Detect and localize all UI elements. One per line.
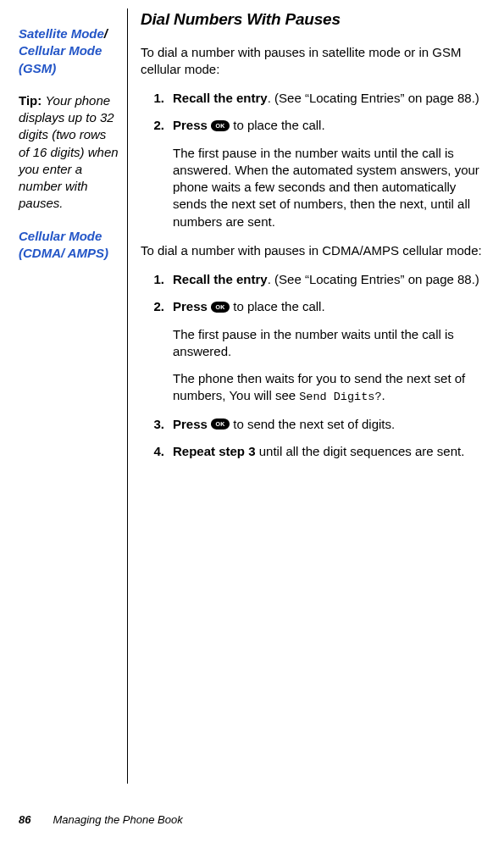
section-heading: Dial Numbers With Pauses [141, 8, 485, 30]
columns: Satellite Mode/ Cellular Mode (GSM) Tip:… [0, 0, 504, 784]
step-number: 1. [141, 90, 173, 107]
step-item: 4. Repeat step 3 until all the digit seq… [141, 443, 485, 460]
tip-label: Tip: [19, 93, 45, 108]
page-number: 86 [19, 813, 30, 826]
page: Satellite Mode/ Cellular Mode (GSM) Tip:… [0, 0, 504, 848]
step-item: 2. Press OK to place the call. The first… [141, 117, 485, 230]
step-rest: to place the call. [230, 299, 325, 313]
step-rest: to send the next set of digits. [230, 417, 395, 431]
chapter-title: Managing the Phone Book [53, 813, 182, 826]
step-number: 3. [141, 416, 173, 433]
ok-button-icon: OK [211, 302, 230, 313]
step-number: 2. [141, 117, 173, 230]
step-rest: until all the digit sequences are sent. [256, 444, 465, 458]
section1-intro: To dial a number with pauses in satellit… [141, 44, 485, 79]
step-content: Repeat step 3 until all the digit sequen… [173, 443, 485, 460]
step-content: Press OK to place the call. The first pa… [173, 298, 485, 405]
mode-satellite: Satellite Mode [19, 26, 104, 41]
step-lead: Recall the entry [173, 91, 268, 105]
step-item: 1. Recall the entry. (See “Locating Entr… [141, 271, 485, 288]
step-number: 4. [141, 443, 173, 460]
lcd-text: Send Digits? [299, 391, 381, 403]
step-lead: Recall the entry [173, 272, 268, 286]
step-subtext: The first pause in the number waits unti… [173, 326, 485, 361]
step-lead: Press [173, 417, 211, 431]
step-item: 3. Press OK to send the next set of digi… [141, 416, 485, 433]
main-content: Dial Numbers With Pauses To dial a numbe… [128, 8, 504, 784]
page-footer: 86Managing the Phone Book [19, 813, 183, 826]
mode-label-cdma-amps: Cellular Mode (CDMA/ AMPS) [19, 228, 119, 263]
mode-separator: / [104, 26, 108, 41]
step-rest: . (See “Locating Entries” on page 88.) [268, 272, 479, 286]
step-subtext: The first pause in the number waits unti… [173, 145, 485, 230]
section1-steps: 1. Recall the entry. (See “Locating Entr… [141, 90, 485, 230]
mode-label-satellite-gsm: Satellite Mode/ Cellular Mode (GSM) [19, 25, 119, 77]
step-lead: Repeat step 3 [173, 444, 256, 458]
mode-cellular-cdma: Cellular Mode (CDMA/ AMPS) [19, 229, 108, 260]
mode-cellular-gsm: Cellular Mode (GSM) [19, 43, 102, 75]
step-lead: Press [173, 299, 211, 313]
ok-button-icon: OK [211, 120, 230, 131]
step-number: 1. [141, 271, 173, 288]
sidebar: Satellite Mode/ Cellular Mode (GSM) Tip:… [0, 8, 127, 784]
step-content: Press OK to send the next set of digits. [173, 416, 485, 433]
tip-block: Tip: Your phone displays up to 32 digits… [19, 92, 119, 213]
step-lead: Press [173, 118, 211, 132]
step-rest: to place the call. [230, 118, 325, 132]
step-subtext-b: . [381, 388, 385, 402]
step-number: 2. [141, 298, 173, 405]
step-item: 2. Press OK to place the call. The first… [141, 298, 485, 405]
step-rest: . (See “Locating Entries” on page 88.) [268, 91, 479, 105]
section2-steps: 1. Recall the entry. (See “Locating Entr… [141, 271, 485, 460]
step-content: Press OK to place the call. The first pa… [173, 117, 485, 230]
ok-button-icon: OK [211, 418, 230, 430]
step-subtext: The phone then waits for you to send the… [173, 370, 485, 405]
tip-text: Your phone displays up to 32 digits (two… [19, 93, 119, 211]
section2-intro: To dial a number with pauses in CDMA/AMP… [141, 242, 485, 259]
step-item: 1. Recall the entry. (See “Locating Entr… [141, 90, 485, 107]
step-content: Recall the entry. (See “Locating Entries… [173, 271, 485, 288]
step-content: Recall the entry. (See “Locating Entries… [173, 90, 485, 107]
